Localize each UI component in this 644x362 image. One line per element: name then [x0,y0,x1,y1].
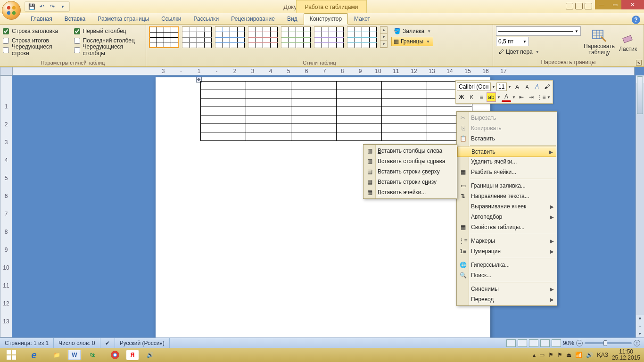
window-maximize-button[interactable]: ▭ [608,0,621,9]
highlight-dd-icon[interactable]: ▼ [496,92,501,102]
tab-view[interactable]: Вид [281,13,304,24]
draw-table-button[interactable]: Нарисовать таблицу [585,26,614,57]
tab-review[interactable]: Рецензирование [225,13,281,24]
horizontal-ruler[interactable]: 3·1·234567891011121314151617 [12,67,635,75]
sub-insert-cols-right[interactable]: ▥Вставить столбцы справа [363,156,457,166]
window-minimize-button[interactable]: — [595,0,608,9]
pen-color-button[interactable]: 🖊Цвет пера▼ [496,47,581,57]
ctx-split-cells[interactable]: ▦Разбить ячейки... [457,167,557,177]
align-center-icon[interactable]: ≡ [477,92,486,102]
style-thumb-6[interactable] [314,26,344,48]
dialog-launcher-icon[interactable]: ⬊ [636,60,642,66]
gallery-up-icon[interactable]: ▲ [380,27,387,34]
styles-icon[interactable]: A [532,82,542,91]
ctx-synonyms[interactable]: Синонимы▶ [457,284,557,294]
opt-header-row[interactable]: Строка заголовка [3,26,67,36]
style-thumb-7[interactable] [347,26,377,48]
ctx-text-direction[interactable]: ⇅Направление текста... [457,191,557,201]
zoom-slider-knob[interactable] [603,340,607,346]
style-thumb-5[interactable] [281,26,311,48]
gallery-more-icon[interactable]: ▾ [380,41,387,48]
sub-insert-cells[interactable]: ▦Вставить ячейки... [363,187,457,197]
pen-weight-dropdown[interactable]: 0,5 пт▼ [496,37,529,46]
ctx-bullets[interactable]: ⋮≡Маркеры▶ [457,236,557,246]
ctx-delete-cells[interactable]: Удалить ячейки... [457,156,557,167]
shrink-font-icon[interactable]: A [522,82,532,91]
pen-style-dropdown[interactable]: ▼ [496,26,581,36]
bullets-dd-icon[interactable]: ▼ [546,92,551,102]
prev-page-icon[interactable]: ◦ [636,322,644,330]
window-close-button[interactable]: ✕ [621,0,644,9]
style-thumb-1[interactable] [149,26,179,48]
tray-icon-3[interactable]: ⚑ [557,352,562,358]
help-button[interactable]: ? [632,16,640,24]
increase-indent-icon[interactable]: ⇥ [527,92,536,102]
grow-font-icon[interactable]: A [512,82,522,91]
eraser-button[interactable]: Ластик [618,26,638,57]
ctx-cell-alignment[interactable]: Выравнивание ячеек▶ [457,201,557,212]
opt-first-col[interactable]: Первый столбец [74,26,143,36]
zoom-out-button[interactable]: − [576,340,583,346]
tray-icon-1[interactable]: ▭ [539,352,545,358]
status-language[interactable]: Русский (Россия) [115,338,170,348]
status-proofing[interactable]: ✔ [100,338,115,348]
tray-keyboard-layout[interactable]: ҚАЗ [597,352,608,358]
status-word-count[interactable]: Число слов: 0 [54,338,100,348]
format-painter-icon[interactable]: 🖌 [542,82,552,91]
mdi-min-icon[interactable] [566,3,573,9]
zoom-slider[interactable] [585,342,632,344]
document-table[interactable] [200,81,472,141]
view-print-layout-icon[interactable] [506,339,516,347]
font-color-icon[interactable]: A [502,92,511,102]
tray-network-icon[interactable]: 📶 [575,352,582,358]
vertical-scrollbar[interactable]: ▲ ▼ ◦ ▾ [636,75,644,337]
taskbar-store-icon[interactable]: 🛍 [81,348,104,362]
ctx-insert[interactable]: Вставить▶ [457,147,556,157]
sub-insert-rows-below[interactable]: ▤Вставить строки снизу [363,177,457,187]
tab-page-layout[interactable]: Разметка страницы [91,13,155,24]
save-icon[interactable]: 💾 [27,2,36,11]
scroll-thumb[interactable] [637,76,643,114]
style-thumb-2[interactable] [182,26,212,48]
ctx-table-properties[interactable]: ▦Свойства таблицы... [457,222,557,232]
mdi-restore-icon[interactable] [575,3,583,9]
sub-insert-cols-left[interactable]: ▥Вставить столбцы слева [363,146,457,156]
tab-mailings[interactable]: Рассылки [187,13,225,24]
undo-icon[interactable]: ↶ [37,2,47,11]
highlight-icon[interactable]: ab [487,92,496,102]
italic-icon[interactable]: К [467,92,476,102]
ctx-numbering[interactable]: 1≡Нумерация▶ [457,246,557,256]
style-thumb-4[interactable] [248,26,278,48]
tab-layout[interactable]: Макет [348,13,376,24]
tab-design[interactable]: Конструктор [304,13,348,25]
opt-banded-cols[interactable]: Чередующиеся столбцы [74,45,143,55]
taskbar-ie-icon[interactable]: e [23,348,45,362]
document-page[interactable]: ✥ [156,77,490,341]
bold-icon[interactable]: Ж [457,92,466,102]
tab-references[interactable]: Ссылки [155,13,187,24]
style-thumb-3[interactable] [215,26,245,48]
office-button[interactable] [2,1,21,20]
zoom-level[interactable]: 90% [563,340,574,346]
tab-insert[interactable]: Вставка [58,13,92,24]
taskbar-explorer-icon[interactable]: 📁 [45,348,68,362]
taskbar-yandex-icon[interactable]: Я [126,350,139,360]
status-page[interactable]: Страница: 1 из 1 [0,338,54,348]
table-styles-gallery[interactable]: ▲▼▾ [149,26,388,48]
zoom-in-button[interactable]: + [634,340,640,346]
view-full-screen-icon[interactable] [518,339,527,347]
ctx-cut[interactable]: ✂Вырезать [457,113,557,123]
ctx-paste[interactable]: 📋Вставить [457,133,557,144]
mini-font-size[interactable]: 11 [496,82,507,91]
mini-font-dd-icon[interactable]: ▼ [491,82,496,91]
tray-up-icon[interactable]: ▴ [533,352,536,358]
ctx-find[interactable]: 🔍Поиск... [457,270,557,280]
font-color-dd-icon[interactable]: ▼ [512,92,516,102]
taskbar-word-icon[interactable]: W [68,350,81,360]
ctx-borders-shading[interactable]: ▭Границы и заливка... [457,181,557,191]
view-web-layout-icon[interactable] [529,339,538,347]
next-page-icon[interactable]: ▾ [636,330,644,337]
decrease-indent-icon[interactable]: ⇤ [517,92,526,102]
taskbar-volume-app-icon[interactable]: 🔊 [139,348,161,362]
borders-button[interactable]: ▦Границы▼ [391,37,433,46]
